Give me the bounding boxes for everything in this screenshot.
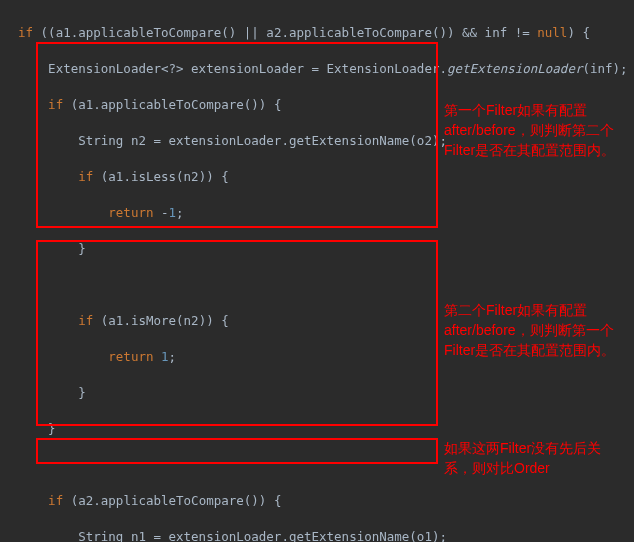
annotation-1: 第一个Filter如果有配置after/before，则判断第二个Filter是…	[444, 100, 624, 160]
code-line: return -1;	[0, 204, 634, 222]
code-line: }	[0, 384, 634, 402]
code-line: }	[0, 420, 634, 438]
code-line: if (a2.applicableToCompare()) {	[0, 492, 634, 510]
code-line: String n1 = extensionLoader.getExtension…	[0, 528, 634, 542]
annotation-3: 如果这两Filter没有先后关系，则对比Order	[444, 438, 624, 478]
code-line: ExtensionLoader<?> extensionLoader = Ext…	[0, 60, 634, 78]
annotation-2: 第二个Filter如果有配置after/before，则判断第一个Filter是…	[444, 300, 624, 360]
code-line: if ((a1.applicableToCompare() || a2.appl…	[0, 24, 634, 42]
code-line: }	[0, 240, 634, 258]
code-line	[0, 276, 634, 294]
code-line: if (a1.isLess(n2)) {	[0, 168, 634, 186]
